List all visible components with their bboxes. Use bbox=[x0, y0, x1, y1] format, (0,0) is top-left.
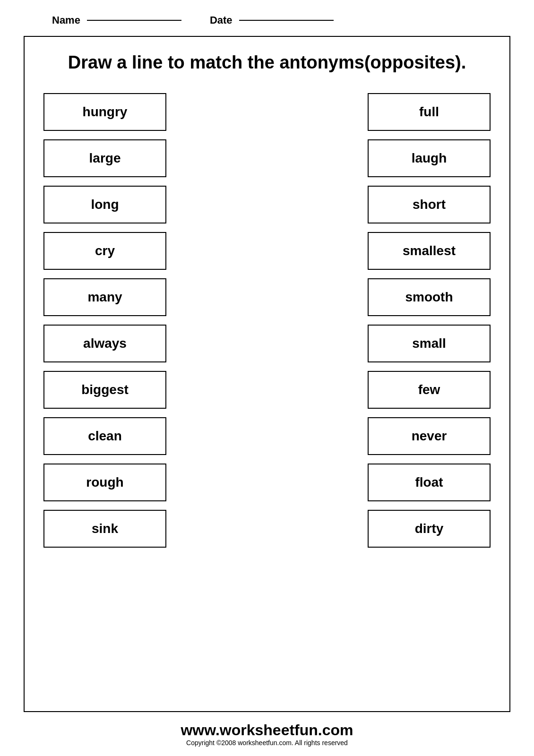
left-word-box: cry bbox=[43, 232, 166, 270]
name-line bbox=[87, 20, 181, 21]
table-row: sinkdirty bbox=[43, 510, 491, 548]
left-word-box: large bbox=[43, 139, 166, 177]
worksheet-box: Draw a line to match the antonyms(opposi… bbox=[24, 36, 510, 712]
date-field: Date bbox=[210, 14, 334, 26]
left-word-box: clean bbox=[43, 417, 166, 455]
name-field: Name bbox=[52, 14, 181, 26]
header-row: Name Date bbox=[24, 14, 510, 26]
date-label: Date bbox=[210, 14, 233, 26]
table-row: alwayssmall bbox=[43, 325, 491, 362]
left-word-box: biggest bbox=[43, 371, 166, 409]
right-word-box: float bbox=[368, 464, 491, 501]
name-label: Name bbox=[52, 14, 80, 26]
right-word-box: short bbox=[368, 186, 491, 223]
table-row: manysmooth bbox=[43, 278, 491, 316]
table-row: largelaugh bbox=[43, 139, 491, 177]
left-word-box: long bbox=[43, 186, 166, 223]
table-row: biggestfew bbox=[43, 371, 491, 409]
footer-copyright: Copyright ©2008 worksheetfun.com. All ri… bbox=[24, 739, 510, 747]
table-row: hungryfull bbox=[43, 93, 491, 131]
words-container: hungryfulllargelaughlongshortcrysmallest… bbox=[43, 93, 491, 556]
right-word-box: smooth bbox=[368, 278, 491, 316]
right-word-box: small bbox=[368, 325, 491, 362]
table-row: longshort bbox=[43, 186, 491, 223]
left-word-box: always bbox=[43, 325, 166, 362]
left-word-box: sink bbox=[43, 510, 166, 548]
table-row: cleannever bbox=[43, 417, 491, 455]
left-word-box: many bbox=[43, 278, 166, 316]
right-word-box: full bbox=[368, 93, 491, 131]
footer: www.worksheetfun.com Copyright ©2008 wor… bbox=[24, 722, 510, 747]
worksheet-title: Draw a line to match the antonyms(opposi… bbox=[68, 51, 466, 74]
right-word-box: few bbox=[368, 371, 491, 409]
right-word-box: laugh bbox=[368, 139, 491, 177]
page: Name Date Draw a line to match the anton… bbox=[0, 0, 534, 756]
footer-url: www.worksheetfun.com bbox=[24, 722, 510, 739]
left-word-box: rough bbox=[43, 464, 166, 501]
table-row: roughfloat bbox=[43, 464, 491, 501]
right-word-box: smallest bbox=[368, 232, 491, 270]
date-line bbox=[239, 20, 334, 21]
right-word-box: dirty bbox=[368, 510, 491, 548]
table-row: crysmallest bbox=[43, 232, 491, 270]
right-word-box: never bbox=[368, 417, 491, 455]
left-word-box: hungry bbox=[43, 93, 166, 131]
